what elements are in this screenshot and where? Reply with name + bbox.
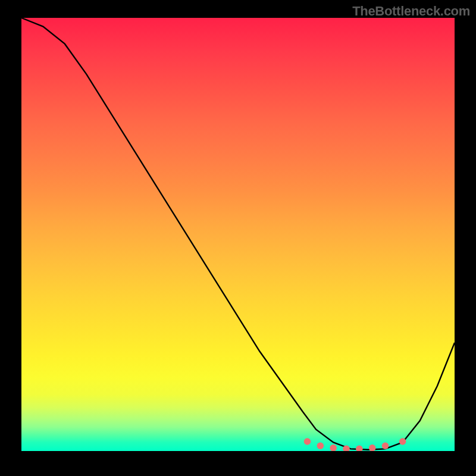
marker-dot [317,442,324,449]
bottleneck-curve [21,18,455,450]
marker-dot [399,438,406,445]
marker-dot [356,446,363,453]
marker-dot [330,444,337,452]
marker-dot [369,444,376,452]
marker-dot [304,438,311,445]
marker-dot [382,442,389,449]
watermark-text: TheBottleneck.com [352,4,470,19]
chart-svg [21,18,455,451]
plot-area [21,18,455,451]
marker-cluster [304,438,406,452]
chart-container: TheBottleneck.com [0,0,476,476]
marker-dot [343,446,350,453]
